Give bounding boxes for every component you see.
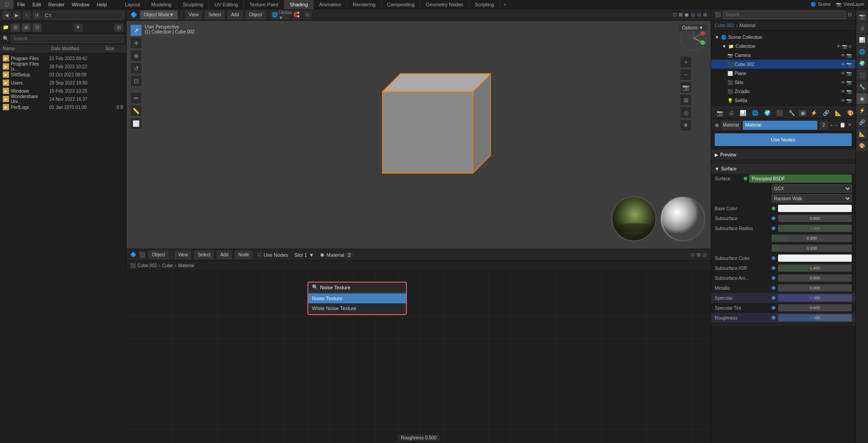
- subsurface-method-select[interactable]: Random Walk: [772, 194, 852, 203]
- tab-texture-paint[interactable]: Texture Paint: [244, 0, 284, 9]
- render-icon[interactable]: 📷: [846, 89, 852, 94]
- prop-tab-constraints[interactable]: 🔗: [821, 110, 831, 116]
- menu-render[interactable]: Render: [45, 0, 68, 9]
- nav-back-button[interactable]: ◀: [3, 11, 11, 19]
- subsurface-color-swatch[interactable]: [778, 254, 852, 262]
- scene-collection-header[interactable]: ▼ 🔵 Scene Collection: [711, 33, 855, 42]
- viewport-shading-wire[interactable]: ⊡: [673, 12, 677, 18]
- preview-section-header[interactable]: ▶ Preview: [711, 150, 855, 160]
- collection-item-zrcadlo[interactable]: ⬛ Zrcadlo 👁 📷: [711, 87, 855, 96]
- surface-value-display[interactable]: Principled BSDF: [749, 174, 852, 183]
- view-menu-button[interactable]: View: [185, 10, 203, 19]
- nav-refresh-button[interactable]: ↺: [33, 11, 41, 19]
- properties-data-tab[interactable]: 📐: [857, 128, 868, 139]
- properties-search-input[interactable]: [723, 11, 846, 19]
- material-delete-icon[interactable]: ✕: [848, 122, 852, 128]
- add-menu-button[interactable]: Add: [227, 10, 243, 19]
- base-color-swatch[interactable]: [778, 205, 852, 212]
- dropdown-item-noise-texture[interactable]: Noise Texture: [308, 293, 406, 303]
- eye-icon[interactable]: 👁: [841, 89, 845, 94]
- breadcrumb-cube[interactable]: Cube.002: [137, 263, 157, 268]
- cursor-tool[interactable]: ✛: [130, 37, 142, 49]
- viewport-3d[interactable]: User Perspective (1) Collection | Cube.0…: [127, 21, 711, 249]
- roughness-value-bar[interactable]: 0.500: [778, 314, 852, 321]
- tab-scripting[interactable]: Scripting: [469, 0, 500, 9]
- properties-output-tab[interactable]: 🖨: [857, 23, 868, 33]
- prop-tab-data[interactable]: 📐: [833, 110, 844, 116]
- properties-particles-tab[interactable]: ◉: [857, 93, 868, 104]
- tab-geometry-nodes[interactable]: Geometry Nodes: [420, 0, 469, 9]
- node-render-icon[interactable]: ◎: [703, 252, 707, 258]
- zoom-out-button[interactable]: −: [680, 69, 692, 80]
- tab-shading[interactable]: Shading: [284, 0, 314, 9]
- node-search-input[interactable]: [320, 285, 392, 290]
- list-item[interactable]: ▶ Program Files (x... 28 Feb 2023 10:22: [0, 62, 126, 71]
- collection-item-svetla[interactable]: 💡 Světla 👁 📷: [711, 96, 855, 105]
- properties-view-layer-tab[interactable]: 📊: [857, 34, 868, 45]
- subsurface-ior-value-bar[interactable]: 1.400: [778, 264, 852, 272]
- use-nodes-button[interactable]: Use Nodes: [715, 133, 852, 146]
- tab-sculpting[interactable]: Sculpting: [177, 0, 209, 9]
- breadcrumb-material[interactable]: Material: [178, 263, 194, 268]
- breadcrumb-cube-label[interactable]: Cube: [162, 263, 173, 268]
- tab-uv-editing[interactable]: UV Editing: [209, 0, 244, 9]
- eye-icon[interactable]: 👁: [841, 62, 845, 67]
- properties-modifier-tab[interactable]: 🔧: [857, 81, 868, 92]
- move-tool[interactable]: ⊕: [130, 50, 142, 61]
- properties-constraints-tab[interactable]: 🔗: [857, 117, 868, 127]
- list-item[interactable]: ▶ Wondershare Uni... 14 Nov 2022 16:37: [0, 95, 126, 103]
- material-remove-icon[interactable]: −: [835, 123, 838, 128]
- list-item[interactable]: ▶ SWSetup 03 Oct 2022 08:08: [0, 71, 126, 79]
- eye-icon[interactable]: 👁: [841, 98, 845, 103]
- subsurface-radius-value-bar[interactable]: 1.000: [778, 225, 852, 232]
- tab-compositing[interactable]: Compositing: [382, 0, 420, 9]
- properties-render-tab[interactable]: 📷: [857, 11, 868, 22]
- material-name-display[interactable]: Material: [743, 121, 818, 130]
- prop-tab-world[interactable]: 🌍: [762, 110, 773, 116]
- file-search-input[interactable]: [11, 35, 123, 43]
- select-menu-button[interactable]: Select: [205, 10, 225, 19]
- eye-icon[interactable]: 👁: [841, 80, 845, 85]
- nav-forward-button[interactable]: ▶: [13, 11, 21, 19]
- menu-file[interactable]: File: [14, 0, 29, 9]
- properties-world-tab[interactable]: 🌍: [857, 58, 868, 69]
- sort-button[interactable]: ⊟: [114, 24, 123, 32]
- view-list-button[interactable]: ☰: [11, 24, 20, 32]
- node-overlay-icon[interactable]: ⊙: [691, 252, 695, 258]
- prop-tab-output[interactable]: 🖨: [727, 110, 736, 116]
- dropdown-item-white-noise[interactable]: White Noise Texture: [308, 303, 406, 313]
- object-mode-button[interactable]: Object Mode ▼: [140, 10, 178, 19]
- list-item[interactable]: ▶ PerfLogs 01 Jan 1970 01:00 0 B: [0, 103, 126, 111]
- render-icon[interactable]: 📷: [846, 53, 852, 58]
- properties-physics-tab[interactable]: ⚡: [857, 105, 868, 116]
- prop-tab-modifiers[interactable]: 🔧: [787, 110, 797, 116]
- scale-tool[interactable]: ⊡: [130, 75, 142, 87]
- breadcrumb-cube-item[interactable]: Cube.002: [715, 23, 734, 28]
- node-select-button[interactable]: Select: [194, 250, 214, 259]
- viewport-shading-render[interactable]: ◎: [691, 12, 695, 18]
- viewport-shading-solid[interactable]: ⊞: [679, 12, 683, 18]
- subsurface-radius-value-bar-3[interactable]: 0.100: [772, 245, 852, 252]
- eye-icon[interactable]: 👁: [841, 53, 845, 58]
- frame-selected-button[interactable]: ◎: [680, 107, 692, 118]
- node-view-button[interactable]: View: [175, 250, 192, 259]
- tab-rendering[interactable]: Rendering: [347, 0, 382, 9]
- add-workspace-button[interactable]: +: [500, 2, 510, 7]
- properties-material-tab[interactable]: 🎨: [857, 140, 868, 151]
- node-grid-icon[interactable]: ⊞: [697, 252, 701, 258]
- subsurface-ani-value-bar[interactable]: 0.000: [778, 274, 852, 282]
- material-add-icon[interactable]: +: [830, 123, 833, 128]
- viewport-options-button[interactable]: Options ▼: [679, 24, 707, 31]
- toggle-ortho-button[interactable]: ⊞: [680, 94, 692, 106]
- collection-item-collection[interactable]: ▼ 📁 Collection 👁 📷 ⊙: [711, 42, 855, 51]
- material-copy-icon[interactable]: 📋: [840, 122, 846, 128]
- specular-tint-value-bar[interactable]: 0.000: [778, 304, 852, 311]
- node-object-button[interactable]: Object: [148, 250, 169, 259]
- filter-button[interactable]: ▼: [74, 24, 83, 32]
- tab-animation[interactable]: Animation: [314, 0, 347, 9]
- collection-item-sklo[interactable]: ⬛ Sklo 👁 📷: [711, 78, 855, 87]
- breadcrumb-material-item[interactable]: Material: [740, 23, 756, 28]
- prop-tab-material[interactable]: 🎨: [845, 110, 855, 116]
- properties-scene-tab[interactable]: 🌐: [857, 46, 868, 57]
- collection-item-cube002[interactable]: ⬛ Cube.002 👁 📷: [711, 60, 855, 69]
